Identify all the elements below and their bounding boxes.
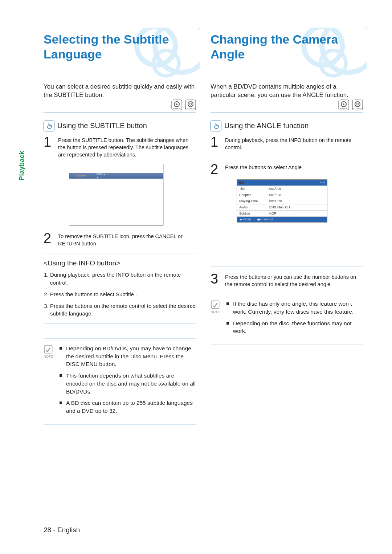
step-number: 1 bbox=[44, 136, 54, 159]
intro-text: When a BD/DVD contains multiple angles o… bbox=[211, 83, 363, 99]
list-item: If the disc has only one angle, this fea… bbox=[226, 300, 363, 315]
step-text: Press the buttons to select Angle . bbox=[225, 163, 305, 175]
row-value: : ENG Multi CH bbox=[265, 204, 327, 210]
bd-rom-icon: BD-ROM bbox=[338, 99, 349, 110]
divider bbox=[44, 323, 196, 324]
info-steps-list: During playback, press the INFO button o… bbox=[50, 271, 196, 318]
row-label: Audio bbox=[237, 204, 265, 210]
note-block: NOTE Depending on BD/DVDs, you may have … bbox=[44, 345, 196, 419]
svg-point-5 bbox=[188, 102, 193, 107]
manual-page: Playback Selecting the Subtitle Language… bbox=[0, 0, 392, 554]
table-row: Subtitle: KOR bbox=[237, 211, 327, 217]
step-3: 3 Press the buttons or you can use the n… bbox=[211, 273, 363, 288]
divider bbox=[211, 294, 363, 294]
section-side-tab: Playback bbox=[18, 151, 26, 180]
step-1: 1 Press the SUBTITLE button. The subtitl… bbox=[44, 136, 196, 159]
list-item: Press the buttons on the remote control … bbox=[50, 302, 196, 318]
section-title-subtitle: Selecting the Subtitle Language bbox=[44, 32, 196, 62]
note-icon: NOTE bbox=[211, 300, 220, 339]
note-label: NOTE bbox=[211, 310, 220, 314]
svg-text:BD-ROM: BD-ROM bbox=[173, 107, 180, 110]
list-item: A BD disc can contain up to 255 subtitle… bbox=[60, 399, 196, 415]
step-2: 2 Press the buttons to select Angle . bbox=[211, 163, 363, 175]
note-label: NOTE bbox=[44, 355, 53, 358]
table-row: Title: 001/006 bbox=[237, 186, 327, 192]
row-label: Title bbox=[237, 186, 265, 192]
subhead-title: Using the ANGLE function bbox=[224, 122, 309, 130]
svg-point-2 bbox=[176, 103, 177, 105]
osd-bar: Subtitle ENG bbox=[69, 173, 163, 179]
svg-rect-8 bbox=[44, 345, 52, 353]
row-label: Subtitle bbox=[237, 211, 265, 216]
divider bbox=[44, 253, 196, 253]
dvd-video-icon: DVD-VIDEO bbox=[185, 99, 196, 110]
osd-value: ENG bbox=[97, 172, 106, 179]
list-item: During playback, press the INFO button o… bbox=[50, 271, 196, 287]
row-value: : 001/028 bbox=[265, 192, 327, 198]
intro-text: You can select a desired subtitle quickl… bbox=[44, 83, 196, 99]
svg-point-11 bbox=[343, 103, 344, 105]
note-list: Depending on BD/DVDs, you may have to ch… bbox=[60, 345, 196, 419]
row-value: : KOR bbox=[265, 211, 327, 216]
page-language: English bbox=[57, 526, 80, 534]
content-columns: Selecting the Subtitle Language You can … bbox=[44, 28, 363, 431]
subhead-title: Using the SUBTITLE button bbox=[57, 122, 147, 130]
note-list: If the disc has only one angle, this fea… bbox=[226, 300, 363, 339]
right-column: Changing the Camera Angle When a BD/DVD … bbox=[211, 28, 363, 431]
divider bbox=[44, 424, 196, 425]
divider bbox=[211, 157, 363, 157]
table-row: Audio: ENG Multi CH bbox=[237, 204, 327, 211]
panel-header-right: Info bbox=[265, 180, 327, 186]
section-title-angle: Changing the Camera Angle bbox=[211, 32, 363, 62]
divider bbox=[211, 112, 363, 113]
list-item: Depending on BD/DVDs, you may have to ch… bbox=[60, 345, 196, 368]
subtitle-osd-illustration: Subtitle ENG bbox=[69, 164, 163, 225]
svg-point-14 bbox=[355, 102, 360, 107]
section-header-left: Selecting the Subtitle Language bbox=[44, 28, 196, 76]
step-text: Press the SUBTITLE button. The subtitle … bbox=[58, 136, 196, 159]
page-footer: 28 - English bbox=[44, 526, 80, 534]
svg-point-6 bbox=[189, 103, 192, 105]
panel-header-label: BD bbox=[237, 180, 265, 186]
step-number: 2 bbox=[211, 163, 221, 175]
dvd-video-icon: DVD-VIDEO bbox=[352, 99, 363, 110]
section-header-right: Changing the Camera Angle bbox=[211, 28, 363, 76]
subhead-angle-function: Using the ANGLE function bbox=[211, 121, 363, 131]
svg-text:DVD-VIDEO: DVD-VIDEO bbox=[185, 107, 196, 110]
list-item: This function depends on what subtitles … bbox=[60, 372, 196, 395]
osd-label: Subtitle bbox=[76, 174, 86, 177]
divider bbox=[44, 338, 196, 339]
row-label: Chapter bbox=[237, 192, 265, 198]
note-icon: NOTE bbox=[44, 345, 53, 419]
step-number: 2 bbox=[44, 232, 54, 248]
divider bbox=[211, 345, 363, 345]
info-button-heading: <Using the INFO button> bbox=[44, 259, 196, 267]
svg-text:DVD-VIDEO: DVD-VIDEO bbox=[352, 107, 363, 110]
info-panel-illustration: BD Info Title: 001/006 Chapter: 001/028 … bbox=[237, 179, 327, 223]
step-1: 1 During playback, press the INFO button… bbox=[211, 136, 363, 151]
step-number: 3 bbox=[211, 273, 221, 288]
table-row: Chapter: 001/028 bbox=[237, 192, 327, 198]
list-item: Depending on the disc, these functions m… bbox=[226, 319, 363, 335]
footer-move: ◆ MOVE bbox=[237, 217, 254, 222]
step-text: Press the buttons or you can use the num… bbox=[225, 273, 363, 288]
divider bbox=[211, 266, 363, 267]
illustration-blank bbox=[211, 228, 363, 261]
row-label: Playing Time bbox=[237, 198, 265, 204]
bd-rom-icon: BD-ROM bbox=[171, 99, 182, 110]
row-value: : 001/006 bbox=[265, 186, 327, 192]
svg-rect-17 bbox=[211, 301, 219, 309]
svg-point-15 bbox=[356, 103, 359, 105]
subhead-subtitle-button: Using the SUBTITLE button bbox=[44, 121, 196, 131]
info-panel-footer: ◆ MOVE ◀▶ CHANGE bbox=[237, 217, 327, 223]
hand-press-icon bbox=[44, 121, 54, 131]
list-item: Press the buttons to select Subtitle . bbox=[50, 290, 196, 298]
disc-icons: BD-ROM DVD-VIDEO bbox=[170, 99, 196, 112]
left-column: Selecting the Subtitle Language You can … bbox=[44, 28, 196, 431]
info-panel-header: BD Info bbox=[237, 180, 327, 186]
divider bbox=[44, 112, 196, 113]
svg-text:BD-ROM: BD-ROM bbox=[340, 107, 347, 110]
step-2: 2 To remove the SUBTITLE icon, press the… bbox=[44, 232, 196, 248]
step-number: 1 bbox=[211, 136, 221, 151]
step-text: During playback, press the INFO button o… bbox=[225, 136, 363, 151]
